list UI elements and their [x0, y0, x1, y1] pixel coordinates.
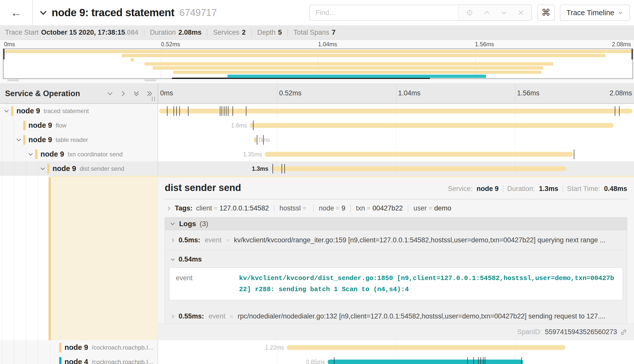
span-row-tree-cell[interactable]: node 9flow: [0, 118, 158, 133]
tag-item: txn=00427b22: [356, 204, 403, 212]
span-row-timeline-cell[interactable]: 1.35ms: [158, 147, 634, 161]
span-id-row: SpanID: 5597415943526560273: [158, 324, 634, 340]
span-detail-color-strip: [49, 176, 634, 177]
minimap-span-bar: [227, 75, 486, 78]
minimap-right-scrubber-handle[interactable]: [631, 49, 633, 59]
tag-separator: [408, 205, 408, 212]
span-duration-bar[interactable]: [328, 359, 523, 364]
span-duration-bar[interactable]: [249, 123, 614, 128]
span-row-timeline-cell[interactable]: 1.22ms: [158, 340, 634, 355]
collapse-all-icon[interactable]: [133, 90, 140, 97]
span-log-tick: [220, 106, 220, 116]
span-duration-label: 1.22ms: [265, 344, 284, 351]
back-button[interactable]: ←: [0, 0, 33, 25]
span-rows-top: node 9traced statementnode 9flow1.6msnod…: [0, 104, 634, 176]
span-color-chip: [35, 149, 37, 159]
span-service-name: node 9: [29, 136, 52, 144]
tag-key: node: [319, 204, 334, 212]
span-duration-label: 1.6ms: [231, 122, 247, 129]
span-id-value: 5597415943526560273: [545, 328, 617, 336]
total-spans-label: Total Spans: [293, 29, 329, 36]
find-clear-icon[interactable]: [517, 9, 524, 16]
collapse-one-icon[interactable]: [106, 90, 114, 97]
span-row[interactable]: node 9dist sender send1.3ms: [0, 161, 634, 176]
span-duration-bar[interactable]: [271, 166, 566, 171]
span-duration-label: 0ms: [259, 136, 270, 143]
span-log-tick: [282, 164, 282, 174]
log-entry-expanded-header[interactable]: 0.54ms: [165, 250, 627, 267]
span-row[interactable]: node 9table reader0ms: [0, 133, 634, 147]
top-nav: ← node 9: traced statement 6749717: [0, 0, 634, 25]
span-collapse-chevron-icon[interactable]: [2, 108, 11, 114]
expand-one-icon[interactable]: [119, 90, 127, 97]
span-collapse-chevron-icon[interactable]: [38, 165, 47, 172]
span-row-timeline-cell[interactable]: [158, 104, 634, 118]
span-log-tick: [224, 106, 224, 116]
span-duration-bar[interactable]: [254, 137, 256, 142]
span-log-tick: [179, 106, 180, 116]
span-row-tree-cell[interactable]: node 9txn coordinator send: [0, 147, 158, 161]
tag-equals: =: [336, 205, 339, 212]
span-log-tick: [480, 357, 481, 364]
span-color-chip: [59, 343, 61, 352]
tags-row[interactable]: Tags: client=127.0.0.1:54582hostssl=node…: [165, 199, 627, 217]
chevron-right-icon: [166, 205, 172, 211]
minimap-scrubber-grip[interactable]: [145, 79, 156, 81]
find-prev-icon[interactable]: [483, 9, 491, 16]
span-log-tick: [485, 357, 485, 364]
span-row[interactable]: node 9txn coordinator send1.35ms: [0, 147, 634, 161]
span-log-tick: [188, 106, 188, 116]
locate-icon[interactable]: [466, 9, 473, 16]
depth-label: Depth: [257, 29, 276, 36]
minimap-canvas[interactable]: [3, 49, 633, 79]
tag-key: txn: [356, 204, 365, 212]
span-detail-gutter: [0, 176, 158, 340]
span-duration-label: 1.35ms: [243, 151, 262, 158]
span-service-name: node 9: [65, 343, 88, 352]
span-log-tick: [619, 106, 620, 116]
span-log-tick: [521, 357, 522, 364]
keyboard-shortcuts-button[interactable]: ⌘: [537, 5, 555, 21]
trace-view-dropdown[interactable]: Trace Timeline: [560, 5, 630, 21]
tag-equals: =: [214, 205, 217, 212]
span-log-tick: [272, 164, 273, 174]
tag-separator: [274, 205, 274, 212]
span-row-tree-cell[interactable]: node 9dist sender send: [0, 161, 158, 176]
span-collapse-chevron-icon[interactable]: [26, 151, 35, 158]
span-row-timeline-cell[interactable]: 0ms: [158, 133, 634, 147]
span-duration-bar[interactable]: [159, 109, 633, 113]
column-resize-handle[interactable]: [152, 97, 155, 101]
span-log-tick: [257, 135, 257, 145]
find-input[interactable]: [310, 5, 458, 20]
minimap-scrubber-grip[interactable]: [8, 79, 19, 81]
minimap-time-label: 1.56ms: [475, 41, 494, 48]
span-row-tree-cell[interactable]: node 9table reader: [0, 133, 158, 147]
log-entry-collapsed[interactable]: 0.5ms:event=kv/kvclient/kvcoord/range_it…: [165, 230, 627, 250]
span-log-tick: [483, 357, 483, 364]
span-row-tree-cell[interactable]: node 4/cockroach.roachpb.I...: [0, 355, 158, 364]
span-row[interactable]: node 9flow1.6ms: [0, 118, 634, 133]
span-row[interactable]: node 9/cockroach.roachpb.I...1.22ms: [0, 340, 634, 355]
copy-link-icon[interactable]: [620, 329, 627, 336]
find-next-icon[interactable]: [500, 9, 508, 16]
span-row-timeline-cell[interactable]: 1.3ms: [158, 161, 634, 176]
ruler-time-label: 0.52ms: [279, 89, 302, 97]
logs-header[interactable]: Logs (3): [165, 218, 627, 230]
tag-separator: [350, 205, 351, 212]
span-row[interactable]: node 9traced statement: [0, 104, 634, 118]
span-collapse-chevron-icon[interactable]: [14, 137, 23, 143]
minimap-left-scrubber-handle[interactable]: [3, 49, 5, 59]
minimap-span-bar: [144, 62, 553, 66]
span-row[interactable]: node 4/cockroach.roachpb.I...0.85ms: [0, 355, 634, 364]
span-row-tree-cell[interactable]: node 9traced statement: [0, 104, 158, 118]
span-row-timeline-cell[interactable]: 1.6ms: [158, 118, 634, 133]
expand-all-icon[interactable]: [146, 90, 153, 97]
span-duration-bar[interactable]: [287, 345, 565, 350]
span-row-tree-cell[interactable]: node 9/cockroach.roachpb.I...: [0, 340, 158, 355]
span-duration-bar[interactable]: [265, 152, 573, 157]
log-equals: =: [226, 237, 229, 244]
trace-title-chevron-icon[interactable]: [38, 8, 48, 17]
trace-minimap: 0ms0.52ms1.04ms1.56ms2.08ms: [0, 40, 634, 83]
tag-value: 9: [342, 204, 345, 212]
span-row-timeline-cell[interactable]: 0.85ms: [158, 355, 634, 364]
